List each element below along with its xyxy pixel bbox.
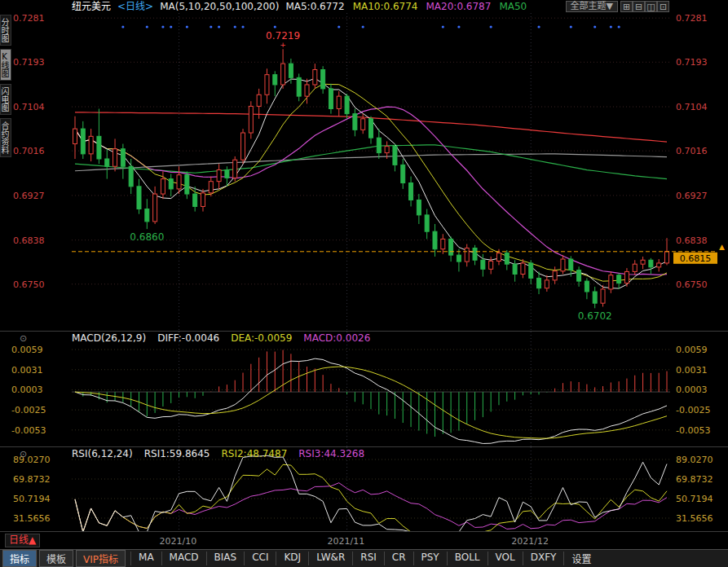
- svg-text:0.7219: 0.7219: [266, 30, 300, 42]
- time-axis: 日线▲ 2021/102021/112021/12: [0, 531, 728, 549]
- sidebar-tab-item[interactable]: 合约资料: [0, 118, 11, 157]
- svg-text:0.0031: 0.0031: [11, 365, 43, 376]
- macd-histogram: [75, 350, 667, 437]
- chart-header: 纽元美元 <日线> MA(5,10,20,50,100,200) MA5:0.6…: [0, 0, 728, 13]
- macd-header: MACD(26,12,9) DIFF:-0.0046 DEA:-0.0059 M…: [72, 332, 370, 344]
- ma-value-label: MA10:0.6774: [353, 1, 418, 12]
- theme-dropdown[interactable]: 全部主题▼: [566, 1, 618, 12]
- svg-text:0.6927: 0.6927: [676, 191, 708, 201]
- toolbar-indicator-item[interactable]: KDJ: [276, 552, 308, 565]
- rsi-gridlines: [72, 447, 670, 531]
- svg-text:50.7194: 50.7194: [13, 494, 51, 504]
- macd-collapse-icon[interactable]: ⊙: [20, 333, 27, 344]
- current-price-tag: 0.6815: [673, 253, 717, 264]
- svg-text:0.7016: 0.7016: [13, 146, 45, 156]
- header-left: 纽元美元 <日线> MA(5,10,20,50,100,200) MA5:0.6…: [72, 0, 535, 13]
- event-dots: [121, 25, 620, 28]
- layout-button-2-icon[interactable]: ⊟: [633, 1, 645, 12]
- toolbar-tab[interactable]: 模板: [39, 550, 73, 567]
- svg-text:0.6750: 0.6750: [676, 279, 708, 290]
- svg-text:0.7104: 0.7104: [676, 102, 708, 112]
- layout-button-1-icon[interactable]: ⊞: [620, 1, 633, 12]
- ma-settings-label: MA(5,10,20,50,100,200): [160, 0, 279, 13]
- up-triangle-icon: ▲: [29, 534, 36, 546]
- toolbar-indicator-item[interactable]: VOL: [488, 552, 523, 565]
- svg-text:0.0003: 0.0003: [676, 385, 708, 395]
- svg-text:0.6860: 0.6860: [130, 231, 164, 243]
- svg-text:-0.0053: -0.0053: [676, 425, 710, 436]
- toolbar-indicator-item[interactable]: MA: [130, 552, 161, 565]
- rsi-title: RSI(6,12,24): [72, 448, 133, 459]
- toolbar-indicator-item[interactable]: CCI: [244, 552, 276, 565]
- macd-diff-value: DIFF:-0.0046: [157, 332, 219, 344]
- svg-text:69.8732: 69.8732: [13, 474, 51, 485]
- rsi-header: RSI(6,12,24) RSI1:59.8645 RSI2:48.7487 R…: [72, 448, 364, 459]
- toolbar-tabs: 指标模板VIP指标: [0, 550, 126, 567]
- svg-text:0.6815: 0.6815: [680, 253, 712, 264]
- sidebar-tab-item[interactable]: 闪电图: [0, 84, 11, 115]
- macd-chart[interactable]: 0.00590.00590.00310.00310.00030.0003-0.0…: [0, 331, 728, 446]
- sidebar-tab-item[interactable]: 分时图: [0, 15, 11, 46]
- toolbar-indicator-item[interactable]: BIAS: [206, 552, 245, 565]
- svg-text:69.8732: 69.8732: [676, 474, 713, 485]
- layout-button-3-icon[interactable]: ◫: [645, 1, 657, 12]
- svg-text:31.5656: 31.5656: [13, 513, 51, 524]
- rsi-collapse-icon[interactable]: ⊙: [20, 449, 27, 459]
- rsi-lines: [75, 455, 667, 531]
- toolbar-indicator-item[interactable]: PSY: [413, 552, 447, 565]
- svg-text:-0.0025: -0.0025: [676, 405, 710, 415]
- ma-value-label: MA50: [499, 1, 527, 12]
- month-label: 2021/11: [328, 536, 365, 547]
- macd-dea-value: DEA:-0.0059: [231, 332, 292, 344]
- svg-text:0.6750: 0.6750: [13, 279, 45, 290]
- toolbar-indicator-item[interactable]: CR: [384, 552, 413, 565]
- toolbar-tab[interactable]: 指标: [2, 550, 37, 567]
- toolbar-indicator-item[interactable]: LW&R: [308, 552, 352, 565]
- svg-text:0.7016: 0.7016: [676, 146, 708, 156]
- svg-text:0.0059: 0.0059: [11, 345, 43, 355]
- rsi3-value: RSI3:44.3268: [298, 448, 364, 459]
- macd-macd-value: MACD:0.0026: [303, 332, 370, 344]
- ma-value-label: MA20:0.6787: [426, 1, 492, 12]
- sidebar-tab-active[interactable]: K线图: [0, 49, 11, 81]
- toolbar-indicator-item[interactable]: DXFY: [523, 552, 564, 565]
- indicator-toolbar: 指标模板VIP指标 MAMACDBIASCCIKDJLW&RRSICRPSYBO…: [0, 549, 728, 567]
- macd-title: MACD(26,12,9): [72, 332, 146, 344]
- toolbar-indicator-item[interactable]: RSI: [352, 552, 384, 565]
- period-tab-label: 日线: [9, 534, 29, 546]
- candles-layer: [73, 49, 669, 308]
- rsi1-value: RSI1:59.8645: [144, 448, 210, 459]
- layout-button-4-icon[interactable]: ⊡: [657, 1, 669, 12]
- toolbar-items: MAMACDBIASCCIKDJLW&RRSICRPSYBOLLVOLDXFY设…: [130, 552, 598, 565]
- symbol-name: 纽元美元: [72, 0, 111, 13]
- month-label: 2021/12: [511, 536, 549, 547]
- svg-text:0.6702: 0.6702: [578, 310, 612, 322]
- macd-axis: 0.00590.00590.00310.00310.00030.0003-0.0…: [11, 345, 710, 436]
- svg-text:0.7281: 0.7281: [13, 13, 45, 24]
- toolbar-tab[interactable]: VIP指标: [76, 550, 126, 567]
- svg-text:-0.0053: -0.0053: [11, 425, 46, 436]
- period-tab[interactable]: 日线▲: [5, 534, 40, 547]
- chart-type-sidebar: 分时图K线图闪电图合约资料: [0, 15, 11, 157]
- svg-text:-0.0025: -0.0025: [11, 405, 46, 415]
- price-arrow-icon: ▲: [719, 243, 725, 251]
- period-tag: <日线>: [117, 0, 153, 13]
- svg-text:50.7194: 50.7194: [676, 494, 713, 504]
- svg-text:0.7104: 0.7104: [13, 102, 45, 112]
- toolbar-indicator-item[interactable]: MACD: [161, 552, 206, 565]
- toolbar-indicator-item[interactable]: 设置: [563, 552, 598, 565]
- svg-text:0.6927: 0.6927: [13, 191, 45, 201]
- svg-text:0.6838: 0.6838: [676, 235, 708, 246]
- rsi2-value: RSI2:48.7487: [221, 448, 287, 459]
- month-label: 2021/10: [160, 536, 197, 547]
- layout-buttons: ⊞⊟◫⊡: [620, 0, 669, 13]
- svg-text:31.5656: 31.5656: [676, 513, 713, 524]
- svg-text:+: +: [280, 41, 286, 49]
- svg-text:0.7193: 0.7193: [13, 57, 45, 68]
- candlestick-chart[interactable]: 0.72810.72810.71930.71930.71040.71040.70…: [0, 13, 728, 331]
- toolbar-indicator-item[interactable]: BOLL: [447, 552, 488, 565]
- header-right: 全部主题▼ ⊞⊟◫⊡: [566, 0, 669, 13]
- svg-text:0.0031: 0.0031: [676, 365, 708, 376]
- ma-values: MA5:0.6772MA10:0.6774MA20:0.6787MA50: [285, 0, 535, 13]
- svg-text:0.7281: 0.7281: [676, 13, 708, 24]
